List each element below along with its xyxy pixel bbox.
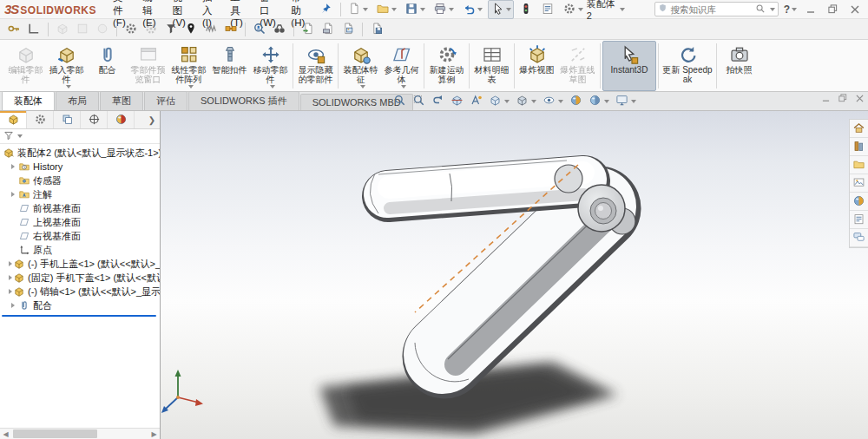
doc-save-button[interactable] <box>368 21 385 38</box>
tab-布局[interactable]: 布局 <box>56 91 99 110</box>
tree-item-origin[interactable]: 原点 <box>0 243 160 257</box>
ribbon-assembly-feature-button[interactable]: 装配体特征 <box>340 41 381 91</box>
ribbon-exploded-view-button[interactable]: 爆炸视图 <box>516 41 557 91</box>
doc-export-button[interactable] <box>299 21 317 38</box>
dropdown-caret-icon[interactable] <box>449 8 454 11</box>
select-button[interactable] <box>488 0 514 19</box>
minimize-button[interactable] <box>802 3 819 16</box>
taskpane-design-library-tab[interactable] <box>850 138 868 156</box>
tree-item-root[interactable]: 装配体2 (默认<默认_显示状态-1>) <box>0 146 160 160</box>
edit-appearance-button[interactable] <box>569 94 583 108</box>
dropdown-caret-icon[interactable] <box>504 100 510 103</box>
ribbon-insert-component-button[interactable]: 插入零部件 <box>46 41 87 91</box>
panel-horizontal-scrollbar[interactable]: ◀ ▶ <box>0 428 160 439</box>
dropdown-caret-icon[interactable] <box>270 85 275 88</box>
dropdown-caret-icon[interactable] <box>391 8 397 11</box>
help-button[interactable]: ? <box>784 3 797 16</box>
tree-item-component[interactable]: (固定) 手机下盖<1> (默认<<默认>_ <box>0 271 160 285</box>
dropdown-caret-icon[interactable] <box>360 85 365 88</box>
doc-image-button[interactable] <box>339 21 357 38</box>
coupling-button[interactable] <box>222 21 240 38</box>
taskpane-forum-tab[interactable] <box>850 229 868 247</box>
scrollbar-thumb[interactable] <box>13 429 97 438</box>
dropdown-caret-icon[interactable] <box>506 8 511 11</box>
new-document-button[interactable] <box>345 0 371 19</box>
dimxpertmanager-tab[interactable] <box>81 111 108 128</box>
tree-item-component[interactable]: (-) 销轴<1> (默认<<默认>_显示状态 <box>0 285 160 298</box>
featuremanager-tab[interactable] <box>0 111 27 128</box>
tree-item-plane[interactable]: 前视基准面 <box>0 201 160 215</box>
taskpane-custom-properties-tab[interactable] <box>850 211 868 229</box>
dropdown-caret-icon[interactable] <box>604 100 609 103</box>
displaymanager-tab[interactable] <box>108 111 135 128</box>
tree-item-plane[interactable]: 上视基准面 <box>0 215 160 229</box>
doc-minimize-button[interactable] <box>822 94 830 104</box>
taskpane-file-explorer-tab[interactable] <box>850 156 868 174</box>
hide-show-items-button[interactable] <box>542 94 564 108</box>
tree-item-history-folder[interactable]: History <box>0 160 160 174</box>
close-button[interactable] <box>846 3 864 16</box>
taskpane-view-palette-tab[interactable] <box>850 174 868 193</box>
rollback-bar[interactable] <box>2 315 156 317</box>
pin-menu-icon[interactable] <box>320 3 332 16</box>
scroll-right-arrow[interactable]: ▶ <box>148 429 160 439</box>
tab-装配体[interactable]: 装配体 <box>2 91 55 110</box>
ribbon-snapshot-button[interactable]: 拍快照 <box>719 41 760 91</box>
tab-评估[interactable]: 评估 <box>144 91 187 110</box>
ribbon-speedpak-button[interactable]: 更新 Speedpak <box>661 41 714 91</box>
configurationmanager-tab[interactable] <box>54 111 81 128</box>
tree-item-mates[interactable]: 配合 <box>0 298 160 312</box>
annotation-view-button[interactable] <box>469 94 483 108</box>
ribbon-move-component-button[interactable]: 移动零部件 <box>250 41 291 91</box>
ribbon-linear-pattern-button[interactable]: 线性零部件阵列 <box>168 41 209 91</box>
ribbon-mate-button[interactable]: 配合 <box>87 41 128 91</box>
spring-button[interactable] <box>202 21 220 38</box>
undo-button[interactable] <box>459 0 485 19</box>
dropdown-caret-icon[interactable] <box>420 8 425 11</box>
doc-restore-button[interactable] <box>838 94 847 104</box>
search-caret-icon[interactable] <box>770 8 775 11</box>
location-pin-button[interactable] <box>182 21 200 38</box>
panel-expand-chevron-icon[interactable]: ❯ <box>144 111 160 128</box>
ribbon-reference-geometry-button[interactable]: 参考几何体 <box>381 41 422 91</box>
dropdown-caret-icon[interactable] <box>66 85 71 88</box>
dropdown-caret-icon[interactable] <box>531 100 536 103</box>
scroll-left-arrow[interactable]: ◀ <box>0 429 11 439</box>
previous-view-button[interactable] <box>431 94 445 108</box>
tree-item-annotations-folder[interactable]: 注解 <box>0 187 160 201</box>
document-title[interactable]: 装配体2 <box>587 0 626 21</box>
ribbon-motion-study-button[interactable]: 新建运动算例 <box>426 41 467 91</box>
dropdown-caret-icon[interactable] <box>578 8 583 11</box>
tab-草图[interactable]: 草图 <box>100 91 143 110</box>
mate-key-button[interactable] <box>5 21 23 38</box>
corner-rectangle-button[interactable] <box>25 21 43 38</box>
save-button[interactable] <box>402 0 428 19</box>
ribbon-bom-button[interactable]: 材料明细表 <box>471 41 512 91</box>
search-icon[interactable] <box>755 3 766 16</box>
filter-funnel-button[interactable] <box>162 21 180 38</box>
graphics-viewport[interactable] <box>161 111 868 439</box>
doc-close-button[interactable] <box>856 94 864 104</box>
doc-print-button[interactable] <box>319 21 337 38</box>
search-input[interactable] <box>670 4 752 15</box>
ribbon-smart-fastener-button[interactable]: 智能扣件 <box>209 41 250 91</box>
file-properties-button[interactable] <box>538 0 557 19</box>
ribbon-show-hidden-button[interactable]: 显示隐藏的零部件 <box>295 41 336 91</box>
scrollbar-track[interactable] <box>11 429 148 439</box>
expand-arrow-icon[interactable] <box>9 192 17 197</box>
apply-scene-button[interactable] <box>588 94 610 108</box>
ribbon-instant3d-button[interactable]: Instant3D <box>602 41 656 91</box>
dropdown-caret-icon[interactable] <box>477 8 483 11</box>
binoculars-button[interactable] <box>271 21 288 38</box>
open-button[interactable] <box>373 0 399 19</box>
taskpane-appearances-tab[interactable] <box>850 193 868 211</box>
tree-item-component[interactable]: (-) 手机上盖<1> (默认<<默认>_显示 <box>0 257 160 271</box>
dropdown-caret-icon[interactable] <box>401 85 406 88</box>
taskpane-home-tab[interactable] <box>850 120 868 138</box>
restore-button[interactable] <box>825 3 842 16</box>
dropdown-caret-icon[interactable] <box>363 8 368 11</box>
view-orientation-button[interactable] <box>488 94 510 108</box>
view-settings-button[interactable] <box>615 94 637 108</box>
dropdown-caret-icon[interactable] <box>188 85 194 88</box>
gear-settings-button[interactable] <box>122 21 140 38</box>
